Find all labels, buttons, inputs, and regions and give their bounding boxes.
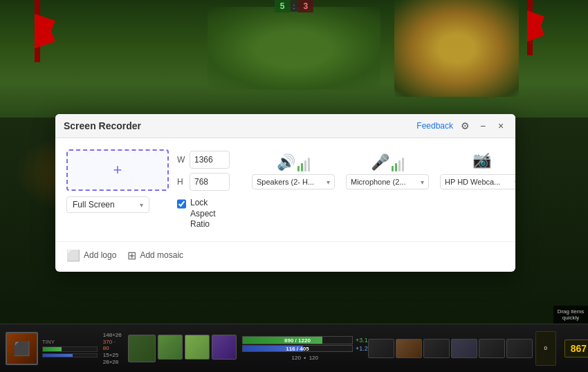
microphone-icon: 🎤 (371, 154, 389, 171)
add-mosaic-button[interactable]: ⊞ Add mosaic (127, 249, 183, 262)
mic-icon-wrap: 🎤 (371, 149, 404, 171)
tp-slot[interactable]: 0 (535, 331, 556, 366)
add-region-icon: + (113, 161, 122, 179)
mic-vol-bar-4 (402, 158, 404, 171)
speakers-label: Speakers (2- H... (257, 178, 314, 186)
hud-items (368, 339, 533, 358)
lock-aspect-row: Lock Aspect Ratio (177, 198, 230, 230)
microphone-device: 🎤 Microphone (2... ▾ (346, 149, 429, 189)
flag-left-decoration (35, 0, 40, 62)
feedback-link[interactable]: Feedback (416, 121, 453, 131)
hero-health-bar-small (42, 346, 98, 352)
ability-slot-q[interactable] (128, 335, 156, 362)
width-row: W (177, 151, 230, 169)
camera-dropdown[interactable]: HP HD Webca... ▾ (440, 174, 515, 189)
score-dire: 3 (298, 0, 314, 12)
lock-aspect-label: Lock Aspect Ratio (190, 198, 230, 230)
mic-vol-bar-1 (392, 166, 394, 171)
close-button[interactable]: × (495, 120, 507, 132)
chevron-down-icon: ▾ (140, 201, 143, 209)
screen-preview[interactable]: + (66, 149, 169, 191)
item-slot-2[interactable] (396, 339, 422, 358)
center-mana-bar: 116 / 405 (242, 345, 353, 352)
center-mana-text: 116 / 405 (286, 345, 309, 351)
health-fill-small (43, 347, 62, 351)
score-bar: 5 : 3 (275, 0, 313, 12)
microphone-dropdown[interactable]: Microphone (2... ▾ (346, 174, 429, 189)
drag-hint: Drag items quickly (553, 306, 588, 324)
str-stat: 370 · 80 (103, 339, 122, 351)
gold-display: 867 (564, 340, 588, 357)
hp-stat-small: 148+26 (103, 332, 122, 338)
lock-aspect-line2: Ratio (190, 219, 210, 229)
hud-center: 890 / 1220 +3.1 116 / 405 +1.2 120 ▪ 120 (242, 336, 368, 361)
height-label: H (177, 177, 185, 187)
mic-vol-bar-2 (395, 163, 397, 171)
camera-chevron-icon: ▾ (515, 178, 515, 186)
center-bars: 890 / 1220 +3.1 116 / 405 +1.2 (242, 336, 368, 352)
microphone-label: Microphone (2... (351, 178, 405, 186)
speakers-icon-wrap: 🔊 (277, 149, 310, 171)
drag-hint-text: Drag items quickly (558, 308, 585, 321)
hud-bar: ⬛ TINY 148+26 370 · 80 15×25 28×28 (0, 324, 588, 372)
hud-left: ⬛ TINY 148+26 370 · 80 15×25 28×28 (6, 332, 122, 365)
height-input[interactable] (190, 173, 230, 191)
titlebar-controls: Feedback ⚙ − × (416, 120, 507, 132)
settings-icon[interactable]: ⚙ (459, 120, 471, 132)
center-health-bar: 890 / 1220 (242, 336, 353, 344)
width-input[interactable] (190, 151, 230, 169)
hero-portrait: ⬛ (6, 332, 38, 365)
screen-recorder-dialog: Screen Recorder Feedback ⚙ − × + Full Sc… (55, 114, 515, 272)
hero-mana-bar-small (42, 353, 98, 357)
flag-right-decoration (527, 0, 533, 55)
mana-fill-small (43, 354, 73, 357)
camera-device: 📷 HP HD Webca... ▾ (440, 149, 515, 189)
dialog-body: + Full Screen ▾ W H Lock Aspect Ratio (55, 138, 515, 241)
item-slot-1[interactable] (368, 339, 394, 358)
mic-vol-bar-3 (398, 160, 401, 171)
item-slot-5[interactable] (479, 339, 505, 358)
item-slot-4[interactable] (451, 339, 477, 358)
hero-name-label: TINY (42, 339, 98, 345)
game-background-top (0, 0, 588, 118)
minimize-button[interactable]: − (477, 120, 489, 132)
speakers-device: 🔊 Speakers (2- H... ▾ (252, 149, 335, 189)
mic-volume-bars (392, 156, 404, 171)
logo-icon: ⬜ (66, 249, 80, 262)
int-stat: 28×28 (103, 359, 122, 365)
dialog-footer: ⬜ Add logo ⊞ Add mosaic (55, 241, 515, 272)
speaker-icon: 🔊 (277, 154, 295, 171)
add-mosaic-label: Add mosaic (140, 250, 183, 260)
speakers-dropdown[interactable]: Speakers (2- H... ▾ (252, 174, 335, 189)
ability-slot-r[interactable] (212, 335, 237, 360)
mosaic-icon: ⊞ (127, 249, 136, 262)
dialog-title: Screen Recorder (64, 120, 141, 131)
score-divider: : (290, 1, 297, 12)
vol-bar-3 (304, 160, 306, 171)
vol-bar-1 (297, 166, 300, 171)
lock-aspect-checkbox[interactable] (177, 199, 186, 209)
camera-label: HP HD Webca... (445, 178, 500, 186)
score-radiant: 5 (275, 0, 291, 12)
speakers-chevron-icon: ▾ (327, 178, 330, 186)
screen-selector: + Full Screen ▾ (66, 149, 169, 213)
speaker-volume-bars (297, 156, 310, 171)
mic-chevron-icon: ▾ (421, 178, 424, 186)
dialog-titlebar: Screen Recorder Feedback ⚙ − × (55, 114, 515, 138)
add-logo-label: Add logo (84, 250, 116, 260)
health-regen: +3.1 (356, 337, 368, 344)
agi-stat: 15×25 (103, 352, 122, 358)
item-slot-3[interactable] (423, 339, 450, 358)
hud-abilities (128, 335, 237, 362)
center-health-text: 890 / 1220 (284, 337, 311, 343)
dimensions-panel: W H Lock Aspect Ratio (177, 151, 230, 230)
add-logo-button[interactable]: ⬜ Add logo (66, 249, 116, 262)
vol-bar-2 (301, 163, 303, 171)
item-slot-6[interactable] (506, 339, 533, 358)
screen-mode-dropdown[interactable]: Full Screen ▾ (66, 196, 149, 213)
mana-regen: +1.2 (356, 345, 368, 352)
audio-section: 🔊 Speakers (2- H... ▾ 🎤 (252, 149, 515, 189)
ability-slot-e[interactable] (185, 335, 210, 360)
height-row: H (177, 173, 230, 191)
ability-slot-w[interactable] (158, 335, 183, 360)
